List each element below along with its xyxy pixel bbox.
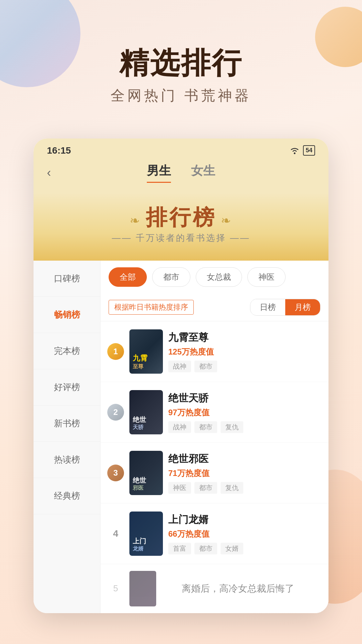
- status-icons: 54: [290, 145, 315, 156]
- book-item-1[interactable]: 1 九霄 至尊 九霄至尊 125万热度值 战神 都市: [101, 321, 328, 382]
- book-tags-2: 战神 都市 复仇: [168, 421, 322, 433]
- tab-female[interactable]: 女生: [191, 163, 215, 183]
- filter-shenyi[interactable]: 神医: [247, 267, 286, 287]
- filter-bar: 全部 都市 女总裁 神医: [101, 261, 328, 293]
- book-info-4: 上门龙婿 66万热度值 首富 都市 女婿: [168, 513, 322, 554]
- sort-tab-monthly[interactable]: 月榜: [285, 299, 320, 315]
- banner-decorations: ❧ 排行榜 ❧: [47, 203, 315, 232]
- sidebar-item-redu[interactable]: 热读榜: [34, 442, 100, 478]
- hero-section: 精选排行 全网热门 书荒神器: [0, 0, 362, 125]
- book-tag-4-0: 首富: [168, 543, 191, 554]
- book-tag-2-0: 战神: [168, 421, 191, 433]
- sort-hint: 根据昨日书籍热度排序: [109, 300, 194, 315]
- book-cover-4: 上门 龙婿: [129, 512, 163, 556]
- banner-title: 排行榜: [146, 205, 216, 229]
- sidebar-item-koubei[interactable]: 口碑榜: [34, 261, 100, 297]
- rank-medal-1: 1: [107, 343, 124, 360]
- book-cover-2: 绝世 天骄: [129, 390, 163, 434]
- book-info-2: 绝世天骄 97万热度值 战神 都市 复仇: [168, 391, 322, 433]
- sort-info: 根据昨日书籍热度排序 日榜 月榜: [101, 293, 328, 321]
- book-list: 1 九霄 至尊 九霄至尊 125万热度值 战神 都市: [101, 321, 328, 613]
- peek-rank: 5: [107, 583, 124, 594]
- banner-area: ❧ 排行榜 ❧ —— 千万读者的看书选择 ——: [34, 193, 328, 261]
- book-tag-3-0: 神医: [168, 482, 191, 494]
- peek-title: 离婚后，高冷女总裁后悔了: [182, 582, 294, 595]
- hero-title: 精选排行: [0, 47, 362, 79]
- book-heat-2: 97万热度值: [168, 407, 322, 418]
- book-tag-3-2: 复仇: [221, 482, 243, 494]
- book-title-4: 上门龙婿: [168, 513, 322, 527]
- sidebar-item-haoping[interactable]: 好评榜: [34, 369, 100, 406]
- sidebar-item-wanben[interactable]: 完本榜: [34, 333, 100, 369]
- hero-subtitle: 全网热门 书荒神器: [0, 86, 362, 105]
- sidebar-item-gudian[interactable]: 经典榜: [34, 478, 100, 514]
- main-content: 口碑榜 畅销榜 完本榜 好评榜 新书榜 热读榜 经典榜 全部 都市 女总裁 神医…: [34, 261, 328, 613]
- book-cover-3: 绝世 邪医: [129, 451, 163, 495]
- book-heat-3: 71万热度值: [168, 468, 322, 479]
- filter-all[interactable]: 全部: [109, 267, 147, 287]
- status-time: 16:15: [47, 145, 71, 156]
- filter-dushi[interactable]: 都市: [152, 267, 190, 287]
- nav-tabs: 男生 女生: [147, 163, 215, 183]
- wifi-icon: [290, 147, 300, 154]
- sidebar-item-changxiao[interactable]: 畅销榜: [34, 297, 100, 333]
- tab-male[interactable]: 男生: [147, 163, 171, 183]
- book-info-1: 九霄至尊 125万热度值 战神 都市: [168, 331, 322, 372]
- book-title-3: 绝世邪医: [168, 452, 322, 466]
- book-tag-4-1: 都市: [194, 543, 217, 554]
- status-bar: 16:15 54: [34, 139, 328, 159]
- peek-item[interactable]: 5 离婚后，高冷女总裁后悔了: [101, 564, 328, 613]
- book-info-3: 绝世邪医 71万热度值 神医 都市 复仇: [168, 452, 322, 494]
- book-item-3[interactable]: 3 绝世 邪医 绝世邪医 71万热度值 神医 都市: [101, 443, 328, 503]
- rank-medal-3: 3: [107, 465, 124, 481]
- book-tag-4-2: 女婿: [221, 543, 243, 554]
- peek-cover: [129, 571, 156, 606]
- book-item-2[interactable]: 2 绝世 天骄 绝世天骄 97万热度值 战神 都市: [101, 382, 328, 443]
- sort-tab-daily[interactable]: 日榜: [250, 299, 285, 315]
- book-tag-3-1: 都市: [194, 482, 217, 494]
- filter-nvzongcai[interactable]: 女总裁: [196, 267, 242, 287]
- right-panel: 全部 都市 女总裁 神医 根据昨日书籍热度排序 日榜 月榜 1: [101, 261, 328, 613]
- book-item-4[interactable]: 4 上门 龙婿 上门龙婿 66万热度值 首富 都市 女婿: [101, 503, 328, 564]
- battery-indicator: 54: [303, 145, 315, 156]
- book-tags-4: 首富 都市 女婿: [168, 543, 322, 554]
- book-tags-3: 神医 都市 复仇: [168, 482, 322, 494]
- book-title-2: 绝世天骄: [168, 391, 322, 405]
- sidebar: 口碑榜 畅销榜 完本榜 好评榜 新书榜 热读榜 经典榜: [34, 261, 101, 613]
- rank-medal-2: 2: [107, 404, 124, 421]
- book-heat-4: 66万热度值: [168, 529, 322, 539]
- book-tag-2-1: 都市: [194, 421, 217, 433]
- book-tags-1: 战神 都市: [168, 361, 322, 372]
- book-tag-1: 都市: [194, 361, 217, 372]
- book-title-1: 九霄至尊: [168, 331, 322, 344]
- header-nav: ‹ 男生 女生: [34, 159, 328, 193]
- svg-point-0: [294, 152, 295, 154]
- book-cover-1: 九霄 至尊: [129, 329, 163, 374]
- sort-tabs: 日榜 月榜: [250, 299, 320, 316]
- book-tag-2-2: 复仇: [221, 421, 243, 433]
- banner-subtitle: —— 千万读者的看书选择 ——: [47, 232, 315, 244]
- rank-num-4: 4: [107, 528, 124, 539]
- phone-mockup: 16:15 54 ‹ 男生 女生 ❧ 排行: [34, 139, 328, 613]
- back-button[interactable]: ‹: [47, 166, 51, 180]
- book-tag-0: 战神: [168, 361, 191, 372]
- sidebar-item-xinshu[interactable]: 新书榜: [34, 406, 100, 442]
- book-heat-1: 125万热度值: [168, 346, 322, 357]
